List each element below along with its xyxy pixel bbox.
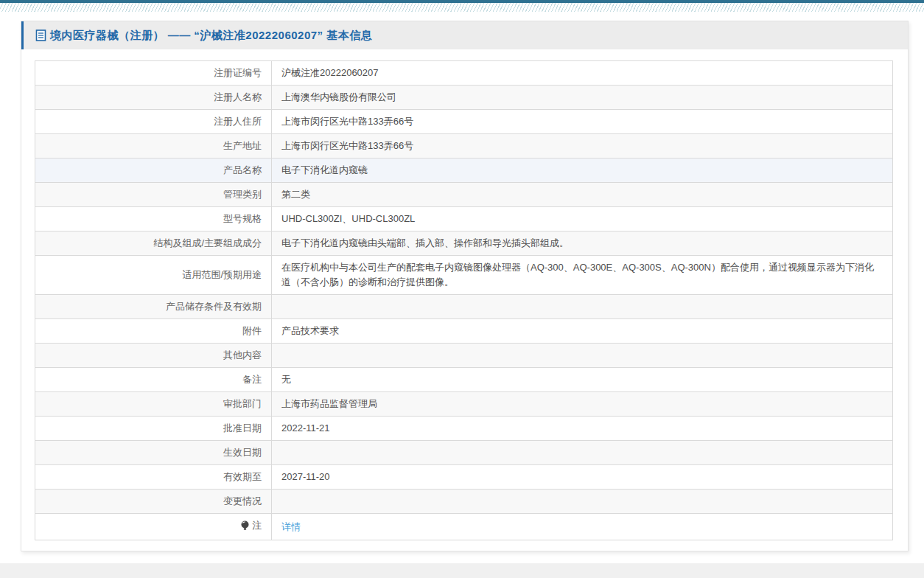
row-label-text: 审批部门: [223, 397, 262, 411]
row-label-text: 生效日期: [223, 445, 262, 460]
row-value-text: UHD-CL300ZI、UHD-CL300ZL: [281, 213, 415, 224]
row-value: 第二类: [272, 183, 893, 207]
info-table-body: 注册证编号沪械注准20222060207注册人名称上海澳华内镜股份有限公司注册人…: [35, 61, 893, 540]
row-label: 注: [35, 514, 272, 540]
row-label-text: 注册人住所: [214, 114, 262, 129]
table-row: 产品名称电子下消化道内窥镜: [35, 159, 893, 183]
row-value-text: 上海市闵行区光中路133弄66号: [281, 116, 413, 127]
row-label: 审批部门: [35, 392, 272, 417]
row-label-text: 其他内容: [223, 348, 262, 363]
table-row: 结构及组成/主要组成成分电子下消化道内窥镜由头端部、插入部、操作部和导光插头部组…: [35, 231, 893, 256]
table-row: 注详情: [35, 514, 893, 540]
row-label: 变更情况: [35, 490, 272, 514]
row-value: [272, 344, 893, 368]
row-label: 其他内容: [35, 344, 272, 368]
row-label: 管理类别: [35, 183, 272, 207]
row-label: 注册证编号: [35, 61, 272, 86]
table-row: 产品储存条件及有效期: [35, 295, 893, 319]
panel-header: 境内医疗器械（注册） —— “沪械注准20222060207” 基本信息: [21, 21, 908, 49]
row-label: 结构及组成/主要组成成分: [35, 231, 272, 256]
row-value-text: 电子下消化道内窥镜: [281, 164, 368, 175]
row-value: 详情: [272, 514, 893, 540]
row-label: 有效期至: [35, 465, 272, 490]
row-value-text: 2027-11-20: [281, 471, 330, 482]
row-value: 产品技术要求: [272, 319, 893, 344]
row-label: 附件: [35, 319, 272, 344]
table-row: 批准日期2022-11-21: [35, 417, 893, 441]
row-label-text: 附件: [242, 324, 262, 338]
row-value: 2022-11-21: [272, 417, 893, 441]
page-title: 境内医疗器械（注册） —— “沪械注准20222060207” 基本信息: [35, 29, 372, 43]
row-label-text: 管理类别: [223, 187, 262, 202]
row-value: 上海市闵行区光中路133弄66号: [272, 134, 893, 159]
row-label-text: 产品名称: [223, 163, 262, 178]
row-value: 无: [272, 368, 893, 392]
row-label-text: 结构及组成/主要组成成分: [153, 236, 262, 251]
row-label-text: 备注: [242, 372, 262, 387]
table-row: 附件产品技术要求: [35, 319, 893, 344]
row-label: 注册人住所: [35, 110, 272, 134]
document-icon: [35, 29, 46, 41]
registration-info-table: 注册证编号沪械注准20222060207注册人名称上海澳华内镜股份有限公司注册人…: [35, 60, 893, 540]
row-label: 生效日期: [35, 441, 272, 465]
row-label-text: 产品储存条件及有效期: [166, 299, 262, 314]
row-label-text: 生产地址: [223, 139, 262, 153]
row-label: 产品储存条件及有效期: [35, 295, 272, 319]
row-value-text: 上海澳华内镜股份有限公司: [281, 91, 396, 102]
table-row: 审批部门上海市药品监督管理局: [35, 392, 893, 417]
table-row: 备注无: [35, 368, 893, 392]
row-value: 电子下消化道内窥镜由头端部、插入部、操作部和导光插头部组成。: [272, 231, 893, 256]
table-row: 管理类别第二类: [35, 183, 893, 207]
table-row: 注册人住所上海市闵行区光中路133弄66号: [35, 110, 893, 134]
row-value-text: 沪械注准20222060207: [281, 67, 379, 78]
table-wrap: 注册证编号沪械注准20222060207注册人名称上海澳华内镜股份有限公司注册人…: [21, 49, 908, 551]
row-value: UHD-CL300ZI、UHD-CL300ZL: [272, 207, 893, 231]
details-link[interactable]: 详情: [281, 521, 301, 532]
row-value: [272, 441, 893, 465]
row-value: 上海市药品监督管理局: [272, 392, 893, 417]
bulb-icon: [241, 520, 249, 531]
row-label: 产品名称: [35, 159, 272, 183]
page-title-text: 境内医疗器械（注册） —— “沪械注准20222060207” 基本信息: [50, 29, 372, 43]
registration-info-panel: 境内医疗器械（注册） —— “沪械注准20222060207” 基本信息 注册证…: [21, 21, 909, 551]
row-label-text: 注册人名称: [214, 90, 262, 105]
row-value-text: 在医疗机构中与本公司生产的配套电子内窥镜图像处理器（AQ-300、AQ-300E…: [281, 262, 874, 288]
table-row: 注册人名称上海澳华内镜股份有限公司: [35, 86, 893, 110]
table-row: 其他内容: [35, 344, 893, 368]
row-value: 沪械注准20222060207: [272, 61, 893, 86]
row-label-text: 注册证编号: [214, 66, 262, 80]
bottom-strip: [0, 563, 924, 578]
row-value: 在医疗机构中与本公司生产的配套电子内窥镜图像处理器（AQ-300、AQ-300E…: [272, 256, 893, 295]
row-label: 适用范围/预期用途: [35, 256, 272, 295]
row-label: 生产地址: [35, 134, 272, 159]
row-label-text: 适用范围/预期用途: [182, 268, 262, 282]
table-row: 有效期至2027-11-20: [35, 465, 893, 490]
row-label: 批准日期: [35, 417, 272, 441]
row-value-text: 上海市药品监督管理局: [281, 398, 377, 409]
table-row: 适用范围/预期用途在医疗机构中与本公司生产的配套电子内窥镜图像处理器（AQ-30…: [35, 256, 893, 295]
row-label: 型号规格: [35, 207, 272, 231]
row-value: 2027-11-20: [272, 465, 893, 490]
table-row: 注册证编号沪械注准20222060207: [35, 61, 893, 86]
row-value: 上海澳华内镜股份有限公司: [272, 86, 893, 110]
table-row: 变更情况: [35, 490, 893, 514]
row-value-text: 无: [281, 374, 291, 385]
row-value-text: 产品技术要求: [281, 325, 339, 336]
row-label-text: 变更情况: [223, 494, 262, 509]
row-value: [272, 490, 893, 514]
top-hatch-band: [0, 3, 924, 12]
row-label: 备注: [35, 368, 272, 392]
table-row: 生产地址上海市闵行区光中路133弄66号: [35, 134, 893, 159]
table-row: 型号规格UHD-CL300ZI、UHD-CL300ZL: [35, 207, 893, 231]
row-value-text: 电子下消化道内窥镜由头端部、插入部、操作部和导光插头部组成。: [281, 237, 569, 248]
table-row: 生效日期: [35, 441, 893, 465]
row-label-text: 批准日期: [223, 421, 262, 436]
row-value: 电子下消化道内窥镜: [272, 159, 893, 183]
row-label: 注册人名称: [35, 86, 272, 110]
row-value-text: 2022-11-21: [281, 422, 330, 434]
row-label-text: 有效期至: [223, 470, 262, 484]
row-label-text: 型号规格: [223, 212, 262, 226]
row-value: [272, 295, 893, 319]
row-value-text: 上海市闵行区光中路133弄66号: [281, 140, 413, 151]
row-label-text: 注: [252, 518, 262, 533]
